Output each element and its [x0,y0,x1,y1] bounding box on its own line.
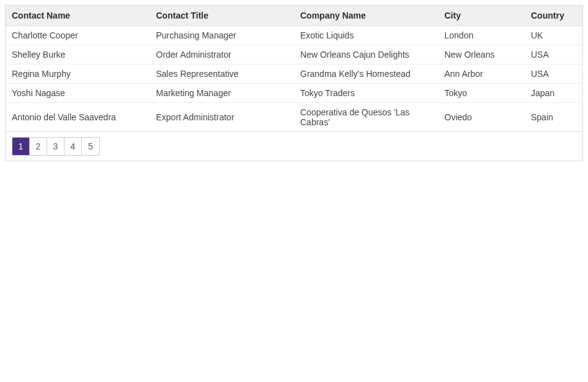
cell-city: Ann Arbor [439,64,525,84]
header-contact-title[interactable]: Contact Title [150,6,295,26]
cell-company-name: Tokyo Traders [294,84,439,103]
table-row[interactable]: Shelley Burke Order Administrator New Or… [6,45,582,64]
pager-page-2[interactable]: 2 [30,138,47,155]
cell-company-name: New Orleans Cajun Delights [294,45,439,64]
cell-company-name: Grandma Kelly's Homestead [294,64,439,84]
table-header-row: Contact Name Contact Title Company Name … [6,6,582,26]
pager-page-5[interactable]: 5 [82,138,99,155]
cell-company-name: Cooperativa de Quesos 'Las Cabras' [294,103,439,132]
cell-city: Oviedo [439,103,525,132]
cell-country: USA [525,64,582,84]
cell-contact-title: Export Administrator [150,103,295,132]
cell-contact-title: Marketing Manager [150,84,295,103]
header-contact-name[interactable]: Contact Name [6,6,150,26]
pager: 1 2 3 4 5 [6,132,582,161]
cell-contact-name: Antonio del Valle Saavedra [6,103,150,132]
table-body: Charlotte Cooper Purchasing Manager Exot… [6,26,582,132]
cell-city: London [439,26,525,45]
header-country[interactable]: Country [525,6,582,26]
table-row[interactable]: Regina Murphy Sales Representative Grand… [6,64,582,84]
cell-contact-name: Shelley Burke [6,45,150,64]
cell-contact-name: Charlotte Cooper [6,26,150,45]
data-grid: Contact Name Contact Title Company Name … [5,5,583,161]
contacts-table: Contact Name Contact Title Company Name … [6,6,582,132]
table-row[interactable]: Antonio del Valle Saavedra Export Admini… [6,103,582,132]
cell-contact-title: Sales Representative [150,64,295,84]
cell-contact-title: Purchasing Manager [150,26,295,45]
cell-contact-name: Regina Murphy [6,64,150,84]
header-company-name[interactable]: Company Name [294,6,439,26]
cell-country: Spain [525,103,582,132]
pager-page-4[interactable]: 4 [65,138,82,155]
pager-page-3[interactable]: 3 [47,138,65,155]
cell-country: Japan [525,84,582,103]
cell-company-name: Exotic Liquids [294,26,439,45]
cell-contact-title: Order Administrator [150,45,295,64]
table-row[interactable]: Yoshi Nagase Marketing Manager Tokyo Tra… [6,84,582,103]
cell-contact-name: Yoshi Nagase [6,84,150,103]
cell-country: USA [525,45,582,64]
cell-city: Tokyo [439,84,525,103]
cell-city: New Orleans [439,45,525,64]
pager-page-1[interactable]: 1 [12,138,30,155]
cell-country: UK [525,26,582,45]
header-city[interactable]: City [439,6,525,26]
table-row[interactable]: Charlotte Cooper Purchasing Manager Exot… [6,26,582,45]
pager-list: 1 2 3 4 5 [12,137,100,156]
